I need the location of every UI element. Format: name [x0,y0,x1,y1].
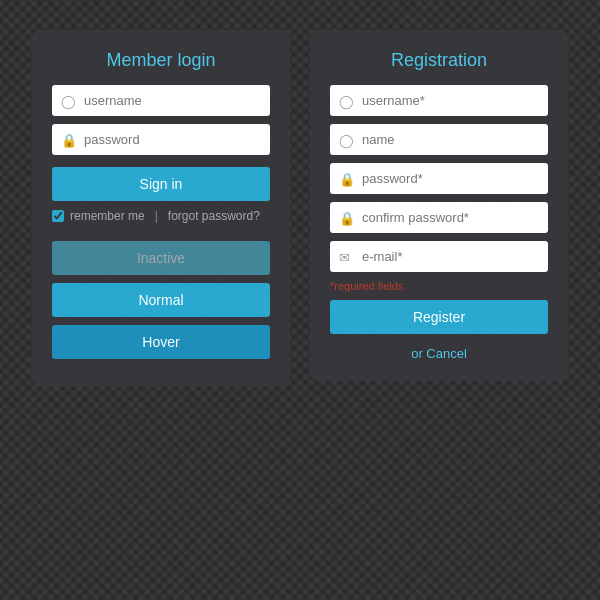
divider: | [155,209,158,223]
forgot-password-link[interactable]: forgot password? [168,209,260,223]
login-password-input[interactable] [52,124,270,155]
cancel-link[interactable]: or Cancel [330,346,548,361]
reg-username-input[interactable] [330,85,548,116]
reg-email-group: ✉ [330,241,548,272]
remember-row: remember me | forgot password? [52,209,270,223]
registration-title: Registration [330,50,548,71]
reg-username-group: ◯ [330,85,548,116]
normal-button[interactable]: Normal [52,283,270,317]
reg-name-group: ◯ [330,124,548,155]
login-username-group: ◯ [52,85,270,116]
inactive-button[interactable]: Inactive [52,241,270,275]
reg-email-input[interactable] [330,241,548,272]
required-note: *required fields [330,280,548,292]
login-username-input[interactable] [52,85,270,116]
register-button[interactable]: Register [330,300,548,334]
reg-confirm-group: 🔒 [330,202,548,233]
reg-name-input[interactable] [330,124,548,155]
reg-password-group: 🔒 [330,163,548,194]
remember-me-checkbox[interactable] [52,210,64,222]
reg-password-input[interactable] [330,163,548,194]
login-title: Member login [52,50,270,71]
registration-panel: Registration ◯ ◯ 🔒 🔒 ✉ *required fields … [310,30,568,381]
signin-button[interactable]: Sign in [52,167,270,201]
reg-confirm-input[interactable] [330,202,548,233]
hover-button[interactable]: Hover [52,325,270,359]
login-password-group: 🔒 [52,124,270,155]
remember-me-label: remember me [70,209,145,223]
login-panel: Member login ◯ 🔒 Sign in remember me | f… [32,30,290,387]
